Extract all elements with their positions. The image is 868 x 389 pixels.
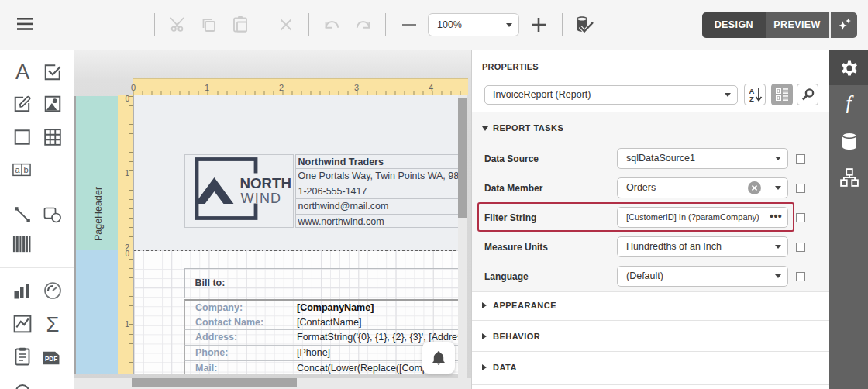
svg-text:b: b xyxy=(23,165,28,174)
svg-text:a: a xyxy=(15,165,20,174)
svg-text:NORTH: NORTH xyxy=(240,175,291,191)
svg-text:Σ: Σ xyxy=(46,315,60,333)
svg-text:PDF: PDF xyxy=(45,356,57,363)
svg-text:A: A xyxy=(16,63,30,81)
svg-text:Z: Z xyxy=(749,95,754,102)
svg-text:WIND: WIND xyxy=(241,191,282,206)
svg-text:f: f xyxy=(846,95,854,113)
